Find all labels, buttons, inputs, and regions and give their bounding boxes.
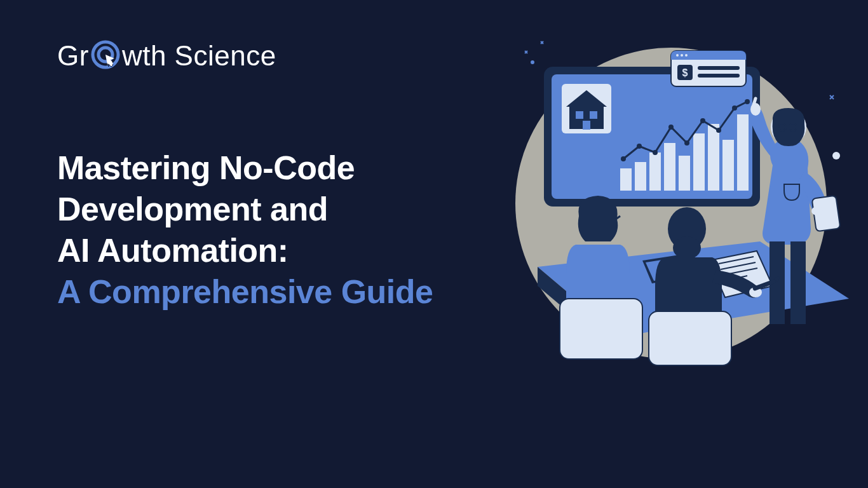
svg-rect-19 [722, 140, 734, 191]
svg-rect-16 [679, 156, 690, 191]
svg-point-25 [684, 140, 689, 146]
svg-point-34 [681, 54, 683, 57]
svg-rect-17 [693, 133, 705, 191]
svg-text:$: $ [682, 67, 688, 78]
svg-rect-15 [664, 143, 675, 191]
hero-illustration: $ [493, 32, 849, 388]
svg-rect-54 [560, 299, 642, 359]
svg-rect-39 [698, 74, 740, 78]
svg-rect-59 [649, 311, 731, 365]
brand-name-part1: Gr [57, 40, 89, 72]
svg-point-22 [637, 144, 642, 149]
svg-rect-20 [737, 114, 749, 191]
svg-point-26 [700, 118, 705, 123]
headline-line1: Mastering No-Code [57, 147, 433, 189]
svg-point-24 [668, 125, 674, 130]
svg-rect-52 [790, 241, 806, 324]
svg-rect-12 [620, 168, 632, 191]
svg-rect-18 [708, 124, 719, 191]
svg-point-29 [745, 99, 750, 104]
svg-rect-32 [671, 56, 746, 60]
svg-rect-14 [649, 152, 661, 191]
svg-point-56 [673, 236, 701, 259]
svg-point-21 [621, 156, 626, 161]
svg-rect-13 [635, 162, 646, 191]
svg-point-3 [531, 61, 534, 64]
svg-rect-9 [576, 111, 583, 119]
svg-rect-38 [698, 66, 740, 70]
svg-rect-10 [590, 111, 597, 119]
svg-point-50 [811, 207, 823, 215]
svg-point-4 [832, 152, 840, 159]
svg-point-35 [685, 54, 688, 57]
svg-point-27 [716, 128, 721, 133]
page-title: Mastering No-Code Development and AI Aut… [57, 147, 433, 313]
headline-line2: Development and [57, 189, 433, 230]
svg-point-28 [732, 105, 737, 111]
svg-point-48 [750, 103, 761, 116]
svg-point-23 [653, 150, 658, 155]
svg-point-33 [676, 54, 679, 57]
headline-line4: A Comprehensive Guide [57, 271, 433, 313]
target-cursor-icon [90, 39, 121, 72]
brand-logo: Gr wth Science [57, 39, 276, 72]
headline-line3: AI Automation: [57, 230, 433, 271]
brand-name-part2: wth Science [122, 40, 276, 72]
svg-rect-11 [583, 121, 590, 130]
